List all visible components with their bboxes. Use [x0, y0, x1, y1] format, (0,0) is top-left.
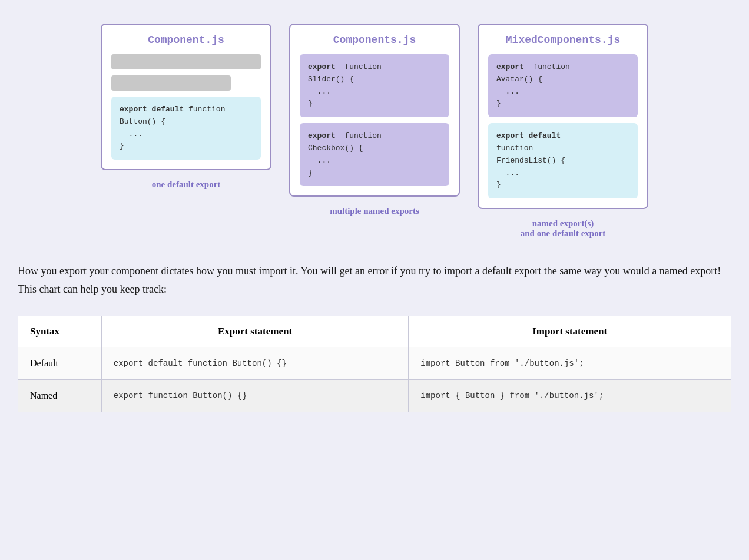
table-cell-import-default: import Button from './button.js'; [409, 347, 731, 380]
mixed-components-js-code-block-2: export default function FriendsList() { … [488, 123, 638, 198]
mixed-components-js-col: MixedComponents.js export function Avata… [478, 24, 648, 238]
components-js-label: multiple named exports [330, 206, 419, 216]
table-row: Named export function Button() {} import… [18, 380, 731, 412]
table-cell-import-named: import { Button } from './button.js'; [409, 380, 731, 412]
prose-text: How you export your component dictates h… [18, 265, 721, 295]
components-js-title: Components.js [300, 34, 449, 46]
components-js-col: Components.js export function Slider() {… [289, 24, 460, 238]
prose-section: How you export your component dictates h… [18, 262, 724, 298]
components-js-card: Components.js export function Slider() {… [289, 24, 460, 197]
table-header-export: Export statement [101, 316, 409, 347]
components-js-code-block-2: export function Checkbox() { ... } [300, 123, 449, 186]
table-cell-export-default: export default function Button() {} [101, 347, 409, 380]
export-table: Syntax Export statement Import statement… [18, 316, 731, 412]
component-js-code-block: export default function Button() { ... } [111, 97, 261, 160]
mixed-components-js-title: MixedComponents.js [488, 34, 638, 46]
table-header-syntax: Syntax [18, 316, 102, 347]
component-js-col: Component.js export default function But… [101, 24, 271, 238]
diagram-section: Component.js export default function But… [18, 24, 731, 238]
component-js-title: Component.js [111, 34, 261, 46]
placeholder-bar-1 [111, 54, 261, 69]
table-cell-export-named: export function Button() {} [101, 380, 409, 412]
mixed-components-js-card: MixedComponents.js export function Avata… [478, 24, 648, 209]
table-header-row: Syntax Export statement Import statement [18, 316, 731, 347]
placeholder-bar-2 [111, 75, 231, 91]
table-cell-syntax-named: Named [18, 380, 102, 412]
table-header-import: Import statement [409, 316, 731, 347]
components-js-code-block-1: export function Slider() { ... } [300, 54, 449, 117]
table-cell-syntax-default: Default [18, 347, 102, 380]
table-row: Default export default function Button()… [18, 347, 731, 380]
mixed-components-js-code-block-1: export function Avatar() { ... } [488, 54, 638, 117]
mixed-components-js-label: named export(s) and one default export [521, 218, 606, 238]
component-js-card: Component.js export default function But… [101, 24, 271, 170]
component-js-label: one default export [152, 180, 221, 190]
